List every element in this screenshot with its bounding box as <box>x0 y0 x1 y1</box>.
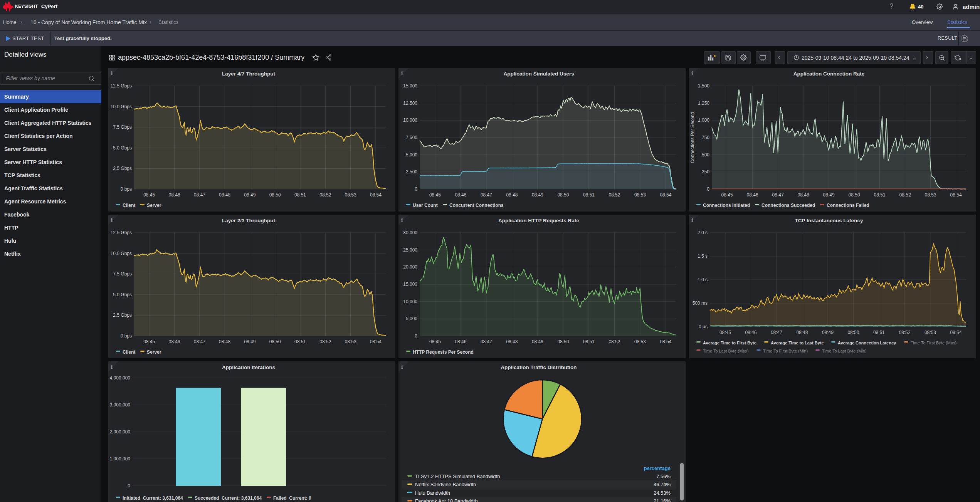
svg-text:0: 0 <box>128 483 130 489</box>
svg-text:0: 0 <box>707 186 709 192</box>
svg-text:7.5 Gbps: 7.5 Gbps <box>113 124 132 130</box>
svg-text:08:52: 08:52 <box>609 192 620 198</box>
svg-text:08:45: 08:45 <box>143 192 155 198</box>
svg-text:08:45: 08:45 <box>719 330 731 335</box>
svg-text:46.74%: 46.74% <box>654 482 671 487</box>
svg-text:08:48: 08:48 <box>798 192 809 198</box>
svg-text:15,000: 15,000 <box>403 83 417 89</box>
svg-text:i: i <box>111 70 113 76</box>
svg-text:Client: Client <box>123 203 135 208</box>
svg-text:08:46: 08:46 <box>745 330 756 335</box>
svg-text:08:45: 08:45 <box>429 192 441 198</box>
svg-text:08:49: 08:49 <box>532 339 543 344</box>
svg-text:Average Connection Latency: Average Connection Latency <box>838 341 896 345</box>
svg-text:08:53: 08:53 <box>925 330 936 335</box>
svg-text:2,500: 2,500 <box>406 169 417 175</box>
svg-text:08:51: 08:51 <box>294 192 306 198</box>
svg-text:Facebook Apr 18 Bandwidth: Facebook Apr 18 Bandwidth <box>415 498 478 502</box>
svg-text:08:47: 08:47 <box>481 192 492 198</box>
svg-text:5.0 Gbps: 5.0 Gbps <box>113 292 132 297</box>
svg-text:i: i <box>691 70 693 76</box>
svg-text:12.5 Gbps: 12.5 Gbps <box>111 83 132 89</box>
svg-text:08:47: 08:47 <box>194 192 205 198</box>
svg-text:500: 500 <box>702 152 709 158</box>
svg-text:3,000,000: 3,000,000 <box>110 402 131 408</box>
svg-text:08:52: 08:52 <box>319 339 331 344</box>
svg-text:08:53: 08:53 <box>345 339 356 344</box>
svg-text:30,000: 30,000 <box>403 230 417 235</box>
svg-text:12,500: 12,500 <box>403 101 417 106</box>
svg-text:08:47: 08:47 <box>771 330 782 335</box>
svg-text:i: i <box>111 217 113 223</box>
svg-text:Application HTTP Requests Rate: Application HTTP Requests Rate <box>498 218 579 223</box>
svg-text:08:50: 08:50 <box>269 339 281 344</box>
svg-text:08:48: 08:48 <box>506 339 518 344</box>
svg-text:i: i <box>691 217 693 223</box>
svg-text:4,000,000: 4,000,000 <box>110 375 131 381</box>
svg-text:1.0 s: 1.0 s <box>698 277 708 282</box>
svg-text:08:51: 08:51 <box>583 339 595 344</box>
svg-text:08:50: 08:50 <box>557 339 569 344</box>
svg-text:10,000: 10,000 <box>403 118 417 123</box>
svg-text:08:46: 08:46 <box>455 339 466 344</box>
svg-text:08:52: 08:52 <box>899 330 910 335</box>
svg-text:20,000: 20,000 <box>403 264 417 270</box>
svg-text:Connections Initiated: Connections Initiated <box>703 203 750 208</box>
svg-text:08:51: 08:51 <box>874 192 886 198</box>
svg-text:Application Connection Rate: Application Connection Rate <box>793 71 865 77</box>
svg-text:5.0 Gbps: 5.0 Gbps <box>113 145 132 151</box>
svg-text:Time To First Byte (Min): Time To First Byte (Min) <box>763 349 808 353</box>
svg-text:08:49: 08:49 <box>244 339 256 344</box>
svg-text:i: i <box>111 364 113 370</box>
svg-text:Connections Succeeded: Connections Succeeded <box>761 203 815 208</box>
svg-text:Initiated Current: 3,631,064: Initiated Current: 3,631,064 <box>123 495 183 501</box>
svg-text:08:53: 08:53 <box>925 192 936 198</box>
svg-text:0: 0 <box>415 186 417 192</box>
svg-text:HTTP Requests Per Second: HTTP Requests Per Second <box>413 349 474 355</box>
svg-text:25,000: 25,000 <box>403 247 417 253</box>
svg-text:1,000,000: 1,000,000 <box>110 456 131 462</box>
svg-text:2.5 Gbps: 2.5 Gbps <box>113 166 132 171</box>
svg-text:Layer 2/3 Throughput: Layer 2/3 Throughput <box>222 218 276 223</box>
svg-text:08:54: 08:54 <box>950 330 962 335</box>
svg-text:TCP Instantaneous Latency: TCP Instantaneous Latency <box>795 218 863 223</box>
svg-text:Time To First Byte (Max): Time To First Byte (Max) <box>911 341 956 345</box>
svg-text:7,500: 7,500 <box>406 135 417 140</box>
svg-text:2.0 s: 2.0 s <box>698 230 708 235</box>
svg-text:1,000: 1,000 <box>698 118 709 123</box>
svg-text:08:49: 08:49 <box>532 192 543 198</box>
svg-text:i: i <box>401 364 403 370</box>
svg-text:Application Simulated Users: Application Simulated Users <box>503 71 574 77</box>
svg-text:Application Traffic Distributi: Application Traffic Distribution <box>501 364 577 370</box>
svg-text:Concurrent Connections: Concurrent Connections <box>449 203 504 208</box>
svg-text:08:53: 08:53 <box>634 192 646 198</box>
svg-text:750: 750 <box>702 135 709 140</box>
svg-text:Time To Last Byte (Max): Time To Last Byte (Max) <box>703 349 749 353</box>
svg-text:Time To Last Byte (Min): Time To Last Byte (Min) <box>822 349 867 353</box>
svg-text:Client: Client <box>123 349 135 355</box>
svg-text:250: 250 <box>702 169 709 175</box>
svg-text:08:49: 08:49 <box>822 330 834 335</box>
svg-text:0: 0 <box>415 333 417 339</box>
svg-text:08:54: 08:54 <box>370 192 382 198</box>
svg-text:08:50: 08:50 <box>847 330 859 335</box>
svg-text:Average Time to First Byte: Average Time to First Byte <box>703 341 756 345</box>
svg-text:08:52: 08:52 <box>609 339 620 344</box>
svg-text:Failed Current: 0: Failed Current: 0 <box>273 495 311 501</box>
svg-text:08:46: 08:46 <box>747 192 758 198</box>
svg-text:10.0 Gbps: 10.0 Gbps <box>111 104 132 109</box>
svg-text:08:51: 08:51 <box>294 339 306 344</box>
svg-text:08:45: 08:45 <box>721 192 733 198</box>
svg-text:Server: Server <box>147 349 161 355</box>
svg-text:7.56%: 7.56% <box>656 473 671 479</box>
svg-text:08:51: 08:51 <box>583 192 595 198</box>
svg-text:08:48: 08:48 <box>219 339 230 344</box>
svg-text:Layer 4/7 Throughput: Layer 4/7 Throughput <box>222 71 276 77</box>
svg-text:Connections Per Second: Connections Per Second <box>690 112 695 163</box>
svg-text:percentage: percentage <box>644 465 671 471</box>
svg-text:08:51: 08:51 <box>873 330 885 335</box>
svg-text:User Count: User Count <box>413 203 438 208</box>
svg-text:12.5 Gbps: 12.5 Gbps <box>111 230 132 235</box>
svg-text:i: i <box>401 70 403 76</box>
svg-text:08:45: 08:45 <box>143 339 155 344</box>
